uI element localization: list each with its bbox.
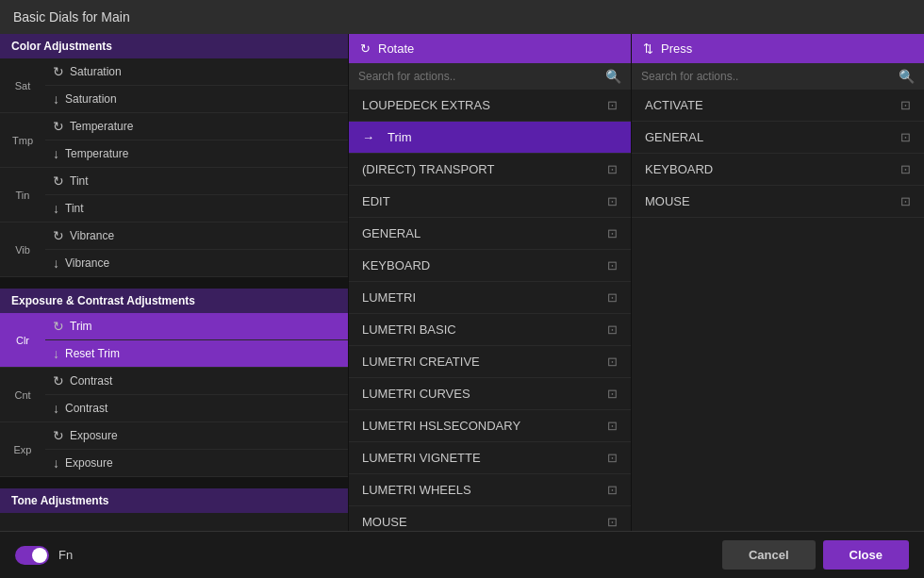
list-item-text: EDIT [362,194,390,208]
list-item[interactable]: GENERAL⊡ [349,218,631,250]
dial-action-color-adjustments-3-1[interactable]: ↓Vibrance [45,250,348,276]
list-item-text: LUMETRI HSLSECONDARY [362,419,520,433]
rotate-action-icon: ↻ [53,428,64,443]
list-item[interactable]: LUMETRI WHEELS⊡ [349,474,631,506]
list-item-text: GENERAL [362,226,421,240]
list-item[interactable]: →Trim [349,122,631,154]
dial-action-color-adjustments-1-0[interactable]: ↻Temperature [45,113,348,140]
folder-icon: ⊡ [607,290,618,305]
rotate-label: Rotate [378,41,414,56]
dial-action-color-adjustments-2-1[interactable]: ↓Tint [45,195,348,222]
folder-icon: ⊡ [900,130,911,144]
dial-label: Clr [0,335,45,346]
middle-panel: ↻ Rotate 🔍 LOUPEDECK EXTRAS⊡→Trim(DIRECT… [349,34,632,578]
dial-action-color-adjustments-0-0[interactable]: ↻Saturation [45,58,348,86]
list-item[interactable]: LUMETRI BASIC⊡ [349,314,631,346]
press-action-icon: ↓ [53,346,59,361]
folder-icon: ⊡ [607,355,618,369]
folder-icon: ⊡ [607,162,618,176]
folder-icon: ⊡ [607,483,618,497]
rotate-action-icon: ↻ [53,64,64,79]
folder-icon: ⊡ [607,226,618,240]
right-search-input[interactable] [641,70,891,83]
right-panel: ⇅ Press 🔍 ACTIVATE⊡GENERAL⊡KEYBOARD⊡MOUS… [632,34,924,578]
list-item-label: (DIRECT) TRANSPORT [362,162,494,176]
list-item-label: LUMETRI HSLSECONDARY [362,419,520,433]
fn-area: Fn [15,546,73,565]
folder-icon: ⊡ [607,258,618,272]
folder-icon: ⊡ [900,194,911,208]
dial-action-exposure-contrast-2-1[interactable]: ↓Exposure [45,450,348,476]
list-item-label: LUMETRI BASIC [362,322,456,337]
list-item[interactable]: KEYBOARD⊡ [632,154,924,186]
list-item[interactable]: LUMETRI HSLSECONDARY⊡ [349,410,631,442]
press-action-icon: ↓ [53,91,59,107]
dial-action-exposure-contrast-2-0[interactable]: ↻Exposure [45,422,348,450]
dial-action-color-adjustments-3-0[interactable]: ↻Vibrance [45,223,348,250]
folder-icon: ⊡ [607,387,618,401]
list-item[interactable]: LUMETRI CREATIVE⊡ [349,346,631,378]
list-item-text: LUMETRI CURVES [362,387,470,401]
list-item[interactable]: LUMETRI VIGNETTE⊡ [349,442,631,474]
folder-icon: ⊡ [900,98,911,112]
list-item[interactable]: LUMETRI⊡ [349,282,631,314]
folder-icon: ⊡ [900,162,911,176]
fn-label: Fn [58,548,73,562]
close-button[interactable]: Close [823,540,909,570]
list-item-text: LUMETRI VIGNETTE [362,451,481,465]
list-item[interactable]: GENERAL⊡ [632,122,924,154]
dial-action-exposure-contrast-0-1[interactable]: ↓Reset Trim [45,340,348,367]
dial-action-color-adjustments-1-1[interactable]: ↓Temperature [45,140,348,167]
list-item[interactable]: EDIT⊡ [349,186,631,218]
rotate-action-icon: ↻ [53,373,64,388]
action-label: Tint [70,174,89,188]
action-label: Contrast [70,374,112,388]
list-item-label: MOUSE [645,194,690,208]
list-item[interactable]: MOUSE⊡ [632,186,924,218]
rotate-header: ↻ Rotate [349,34,631,63]
list-item-label: LUMETRI VIGNETTE [362,451,481,465]
list-item[interactable]: (DIRECT) TRANSPORT⊡ [349,154,631,186]
dial-action-exposure-contrast-1-0[interactable]: ↻Contrast [45,368,348,395]
dial-action-exposure-contrast-0-0[interactable]: ↻Trim [45,313,348,340]
action-label: Temperature [70,120,133,133]
list-item-text: LUMETRI BASIC [362,322,456,337]
action-label: Exposure [70,429,118,442]
cancel-button[interactable]: Cancel [722,540,816,570]
folder-icon: ⊡ [607,98,618,112]
action-label: Temperature [65,147,128,160]
dial-row-exposure-contrast-2: Exp↻Exposure↓Exposure [0,422,348,477]
section-spacer [0,277,348,289]
middle-search-input[interactable] [358,70,598,83]
list-item-text: →Trim [362,130,412,144]
press-action-icon: ↓ [53,401,59,416]
rotate-icon: ↻ [360,41,371,56]
right-search-bar[interactable]: 🔍 [632,63,924,90]
list-item[interactable]: LOUPEDECK EXTRAS⊡ [349,90,631,122]
dial-label: Sat [0,80,45,91]
dial-action-color-adjustments-0-1[interactable]: ↓Saturation [45,86,348,112]
dial-row-color-adjustments-0: Sat↻Saturation↓Saturation [0,58,348,113]
dial-action-exposure-contrast-1-1[interactable]: ↓Contrast [45,395,348,421]
list-item-text: LUMETRI [362,290,416,305]
action-label: Exposure [65,456,113,470]
toggle-thumb [32,548,47,563]
arrow-icon: → [362,130,374,144]
list-item-label: MOUSE [362,515,407,529]
action-label: Saturation [70,65,122,78]
list-item[interactable]: ACTIVATE⊡ [632,90,924,122]
list-item-label: LOUPEDECK EXTRAS [362,98,490,112]
list-item[interactable]: LUMETRI CURVES⊡ [349,378,631,410]
list-item[interactable]: KEYBOARD⊡ [349,250,631,282]
action-label: Reset Trim [65,347,120,360]
section-header-tone-adjustments: Tone Adjustments [0,488,348,513]
middle-search-bar[interactable]: 🔍 [349,63,631,90]
dial-row-color-adjustments-1: Tmp↻Temperature↓Temperature [0,113,348,168]
right-search-icon: 🔍 [899,69,915,84]
rotate-action-icon: ↻ [53,228,64,243]
dial-actions: ↻Vibrance↓Vibrance [45,223,348,276]
press-action-icon: ↓ [53,256,59,271]
dial-action-color-adjustments-2-0[interactable]: ↻Tint [45,168,348,195]
list-item-text: (DIRECT) TRANSPORT [362,162,494,176]
fn-toggle[interactable] [15,546,49,565]
